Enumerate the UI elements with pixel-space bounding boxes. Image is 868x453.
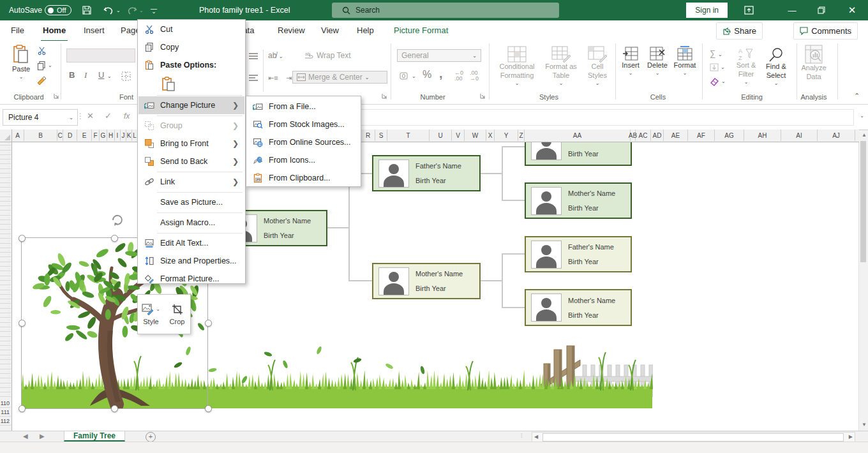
submenu-item-from-file[interactable]: From a File... [247, 98, 360, 115]
save-button[interactable] [82, 0, 92, 20]
row-header[interactable]: ·· [0, 165, 11, 169]
menu-item-edit-alt-text[interactable]: Edit Alt Text... [138, 234, 244, 252]
column-header-AC[interactable]: AC [636, 130, 651, 141]
column-header-E[interactable]: E [77, 130, 92, 141]
resize-handle-bottom-right[interactable] [205, 405, 212, 412]
vertical-scroll-thumb[interactable] [860, 141, 866, 262]
row-header[interactable]: ·· [0, 314, 11, 318]
row-headers[interactable]: ········································… [0, 142, 12, 431]
decrease-decimal-button[interactable]: .00→0 [470, 70, 479, 82]
tab-view[interactable]: View [319, 20, 341, 40]
row-header[interactable]: ·· [0, 202, 11, 206]
row-header[interactable]: ·· [0, 151, 11, 155]
borders-button[interactable] [121, 71, 131, 81]
column-header-X[interactable]: X [486, 130, 495, 141]
family-box-mother-gen3b[interactable]: Mother's NameBirth Year [372, 263, 481, 299]
enter-entry-button[interactable]: ✓ [105, 111, 112, 121]
row-header[interactable]: ·· [0, 338, 11, 341]
row-header[interactable]: ·· [0, 230, 11, 234]
minimize-button[interactable]: — [781, 0, 803, 20]
column-header-AI[interactable]: AI [781, 130, 818, 141]
namebox-splitter[interactable]: ⋮ [77, 112, 84, 121]
row-header[interactable]: ·· [0, 198, 11, 202]
column-header-D[interactable]: D [63, 130, 77, 141]
format-as-table-button[interactable]: Format as Table⌄ [541, 46, 581, 87]
column-header-B[interactable]: B [24, 130, 57, 141]
comma-style-button[interactable]: , [439, 66, 443, 81]
tab-file[interactable]: File [9, 20, 26, 40]
expand-formula-bar-button[interactable]: ⌄ [860, 113, 864, 119]
increase-decimal-button[interactable]: ←0.00 [454, 70, 463, 82]
menu-item-send-to-back[interactable]: Send to Back ❯ [138, 152, 244, 170]
row-header[interactable]: ·· [0, 188, 11, 192]
menu-item-bring-to-front[interactable]: Bring to Front ❯ [138, 135, 244, 152]
row-header[interactable]: ·· [0, 272, 11, 276]
name-box[interactable]: Picture 4 ⌄ [3, 109, 78, 126]
column-header-R[interactable]: R [361, 130, 375, 141]
orientation-button[interactable]: ab̸ ⌄ [268, 51, 283, 60]
row-header[interactable]: ·· [0, 356, 11, 360]
row-header[interactable]: ·· [0, 212, 11, 216]
sheet-tab-family-tree[interactable]: Family Tree [64, 431, 125, 442]
row-header[interactable]: ·· [0, 267, 11, 271]
crop-button[interactable]: Crop [164, 295, 190, 334]
italic-button[interactable]: I [84, 70, 87, 80]
clear-button[interactable]: ⌄ [710, 77, 719, 86]
row-header[interactable]: ·· [0, 207, 11, 211]
autosum-button[interactable]: ∑ ⌄ [710, 48, 722, 58]
rotate-handle-icon[interactable] [110, 213, 124, 227]
redo-button[interactable]: ⌄ [126, 0, 144, 20]
scroll-down-icon[interactable]: ▼ [862, 422, 867, 427]
bold-button[interactable]: B [69, 70, 75, 80]
row-header[interactable]: ·· [0, 156, 11, 160]
submenu-item-from-online-sources[interactable]: From Online Sources... [247, 133, 360, 151]
row-header[interactable]: ·· [0, 179, 11, 182]
search-box[interactable]: Search [332, 3, 559, 18]
row-header[interactable]: ·· [0, 193, 11, 197]
row-header[interactable]: ·· [0, 253, 11, 257]
row-header[interactable]: ·· [0, 389, 11, 392]
autosave-toggle[interactable]: Off [45, 4, 71, 17]
row-header[interactable]: ·· [0, 291, 11, 295]
column-header-W[interactable]: W [465, 130, 486, 141]
fill-button[interactable]: ⌄ [710, 63, 719, 71]
analyze-data-button[interactable]: Analyze Data [799, 45, 828, 82]
column-header-V[interactable]: V [452, 130, 465, 141]
column-headers[interactable]: ABCDEFGHIJKLMNOPQRSTUVWXYZAAABACADAEAFAG… [0, 130, 859, 142]
accounting-format-button[interactable] [400, 71, 410, 80]
row-header[interactable]: ·· [0, 352, 11, 355]
row-header[interactable]: ·· [0, 305, 11, 309]
sheet-nav-right-icon[interactable]: ▶ [40, 433, 45, 440]
row-header[interactable]: ·· [0, 174, 11, 178]
column-header-J[interactable]: J [121, 130, 126, 141]
family-box-father-gen3a[interactable]: Father's NameBirth Year [372, 155, 481, 191]
family-box-mother-gen4b[interactable]: Mother's NameBirth Year [525, 289, 632, 326]
row-header[interactable]: ·· [0, 249, 11, 253]
delete-cells-button[interactable]: Delete⌄ [645, 46, 670, 77]
undo-button[interactable]: ⌄ [103, 0, 121, 20]
row-header[interactable]: ·· [0, 170, 11, 174]
row-header[interactable]: ·· [0, 332, 11, 336]
row-header[interactable]: ·· [0, 184, 11, 188]
family-box-mother-gen4a[interactable]: Mother's NameBirth Year [525, 182, 632, 219]
underline-button[interactable]: U [98, 70, 104, 80]
row-header[interactable]: ·· [0, 221, 11, 225]
align-top-button[interactable] [249, 52, 258, 60]
resize-handle-mid-left[interactable] [19, 320, 26, 327]
row-header[interactable]: ·· [0, 323, 11, 327]
column-header-AE[interactable]: AE [664, 130, 688, 141]
submenu-item-from-stock-images[interactable]: From Stock Images... [247, 115, 360, 133]
row-header[interactable]: ·· [0, 281, 11, 285]
resize-handle-bottom-left[interactable] [19, 405, 26, 412]
wrap-text-button[interactable]: ab Wrap Text [305, 51, 351, 60]
font-name-select[interactable] [66, 48, 135, 63]
close-button[interactable]: ✕ [841, 0, 863, 20]
sign-in-button[interactable]: Sign in [686, 3, 728, 18]
menu-item-size-and-properties[interactable]: Size and Properties... [138, 252, 244, 270]
merge-center-button[interactable]: Merge & Center⌄ [292, 71, 387, 84]
percent-style-button[interactable]: % [423, 69, 431, 80]
resize-handle-mid-right[interactable] [205, 320, 212, 327]
row-header-110[interactable]: 110 [0, 399, 11, 408]
row-header[interactable]: ·· [0, 365, 11, 369]
horizontal-scrollbar[interactable]: ◀ ▶ [532, 432, 855, 442]
